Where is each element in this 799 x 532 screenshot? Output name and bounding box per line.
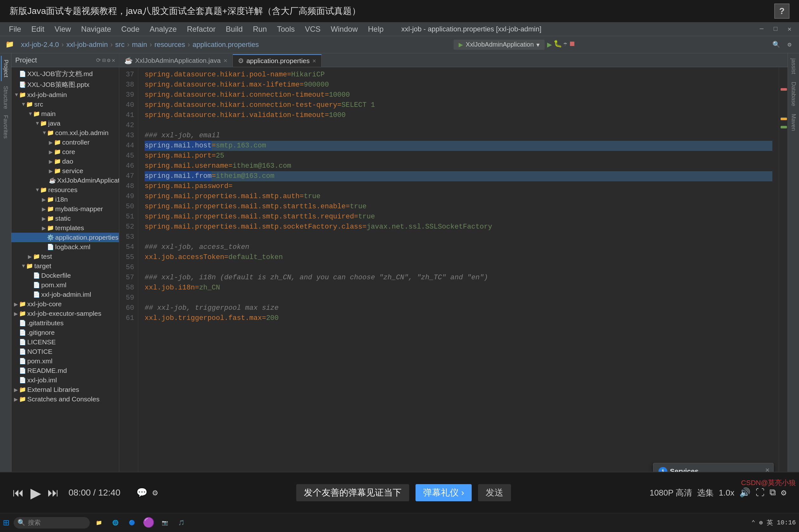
sidebar-tab-favorites[interactable]: Favorites: [1, 114, 11, 139]
tree-item[interactable]: 📄 README.md: [12, 366, 119, 375]
code-line[interactable]: ### xxl-job, access_token: [145, 242, 773, 252]
menu-navigate[interactable]: Navigate: [76, 23, 116, 36]
code-line[interactable]: ### xxl-job, i18n (default is zh_CN, and…: [145, 273, 773, 283]
code-area[interactable]: spring.datasource.hikari.pool-name=Hikar…: [138, 67, 779, 486]
sidebar-tab-project[interactable]: Project: [1, 56, 11, 81]
code-line[interactable]: xxl.job.triggerpool.fast.max=200: [145, 313, 773, 323]
breadcrumb-module[interactable]: xxl-job-admin: [66, 41, 108, 49]
menu-code[interactable]: Code: [116, 23, 144, 36]
tab-java[interactable]: ☕ XxlJobAdminApplication.java ✕: [119, 54, 233, 67]
tree-item[interactable]: ▶ 📁 static: [12, 214, 119, 223]
tree-item[interactable]: 📄 NOTICE: [12, 347, 119, 356]
media-play-button[interactable]: ▶: [31, 485, 41, 501]
breadcrumb-src[interactable]: src: [115, 41, 124, 49]
code-line[interactable]: spring.mail.properties.mail.smtp.starttl…: [145, 202, 773, 212]
tab-properties[interactable]: ⚙ application.properties ✕: [233, 54, 322, 67]
tree-item[interactable]: ▶ 📁 xxl-job-executor-samples: [12, 309, 119, 318]
search-everywhere-button[interactable]: 🔍: [770, 39, 782, 51]
stop-button[interactable]: ⏹: [569, 40, 576, 50]
menu-tools[interactable]: Tools: [272, 23, 300, 36]
tree-item[interactable]: ▼ 📁 java: [12, 118, 119, 128]
tree-item[interactable]: ▶ 📁 xxl-job-core: [12, 299, 119, 309]
properties-tab-close[interactable]: ✕: [312, 58, 316, 64]
tree-item[interactable]: ▶ 📁 mybatis-mapper: [12, 204, 119, 214]
maximize-button[interactable]: □: [770, 23, 781, 35]
java-tab-close[interactable]: ✕: [223, 58, 227, 64]
media-next-button[interactable]: ⏭: [48, 486, 59, 499]
breadcrumb-resources[interactable]: resources: [154, 41, 185, 49]
tree-item[interactable]: ☕ XxlJobAdminApplication: [12, 176, 119, 185]
right-tab-jassist[interactable]: jassist: [789, 56, 798, 77]
tree-item[interactable]: 📑 XXL-JOB策略图.pptx: [12, 79, 119, 90]
code-line[interactable]: ## xxl-job, triggerpool max size: [145, 303, 773, 313]
tree-item[interactable]: ▼ 📁 main: [12, 109, 119, 118]
code-line[interactable]: ### xxl-job, email: [145, 131, 773, 141]
media-prev-button[interactable]: ⏮: [13, 486, 24, 499]
sidebar-tab-structure[interactable]: Structure: [1, 85, 11, 110]
debug-button[interactable]: 🐛: [554, 40, 562, 50]
menu-build[interactable]: Build: [221, 23, 248, 36]
tree-item[interactable]: ▶ 📁 dao: [12, 157, 119, 166]
coverage-button[interactable]: ☂: [563, 40, 568, 50]
code-line[interactable]: spring.datasource.hikari.validation-time…: [145, 110, 773, 120]
tree-item[interactable]: ▶ 📁 core: [12, 147, 119, 157]
taskbar-search[interactable]: 🔍 搜索: [14, 517, 90, 529]
system-tray[interactable]: ⌃ ⊕ 英: [751, 518, 773, 527]
code-line[interactable]: spring.mail.properties.mail.smtp.socketF…: [145, 222, 773, 232]
tree-item[interactable]: ▶ 📁 External Libraries: [12, 385, 119, 394]
settings-media-icon[interactable]: ⚙: [781, 487, 786, 498]
code-line[interactable]: spring.datasource.hikari.connection-test…: [145, 100, 773, 110]
code-line[interactable]: spring.datasource.hikari.pool-name=Hikar…: [145, 70, 773, 80]
tree-item[interactable]: ▶ 📁 service: [12, 166, 119, 176]
menu-refactor[interactable]: Refactor: [182, 23, 221, 36]
panel-collapse-button[interactable]: ⊟: [102, 57, 106, 64]
panel-sync-button[interactable]: ⟳: [96, 57, 101, 64]
tree-item[interactable]: ⚙️ application.properties: [12, 233, 119, 242]
tree-item[interactable]: 📄 logback.xml: [12, 242, 119, 252]
close-button[interactable]: ✕: [784, 23, 795, 35]
help-button[interactable]: ?: [774, 3, 789, 19]
code-line[interactable]: [145, 293, 773, 303]
code-line[interactable]: spring.mail.host=smtp.163.com: [145, 141, 773, 151]
taskbar-files[interactable]: 📁: [92, 515, 106, 530]
code-line[interactable]: spring.mail.from=itheim@163.com: [145, 171, 773, 182]
right-tab-maven[interactable]: Maven: [789, 111, 798, 133]
code-line[interactable]: spring.datasource.hikari.connection-time…: [145, 90, 773, 100]
taskbar-edge[interactable]: 🌐: [108, 515, 123, 530]
tree-item[interactable]: ▶ 📁 Scratches and Consoles: [12, 394, 119, 404]
taskbar-app1[interactable]: 📷: [157, 515, 172, 530]
tree-item[interactable]: ▼ 📁 com.xxl.job.admin: [12, 128, 119, 138]
menu-analyze[interactable]: Analyze: [145, 23, 182, 36]
tree-item[interactable]: ▶ 📁 i18n: [12, 195, 119, 204]
tree-item[interactable]: ▼ 📁 resources: [12, 185, 119, 195]
tree-item[interactable]: ▶ 📁 templates: [12, 223, 119, 233]
pip-icon[interactable]: ⧉: [769, 488, 776, 498]
run-button[interactable]: ▶: [547, 40, 552, 50]
breadcrumb-project[interactable]: xxl-job-2.4.0: [21, 41, 59, 49]
settings-button[interactable]: ⚙: [784, 39, 795, 51]
speed-label[interactable]: 1.0x: [719, 488, 734, 498]
code-line[interactable]: spring.mail.port=25: [145, 151, 773, 161]
menu-help[interactable]: Help: [363, 23, 389, 36]
tree-item[interactable]: 📄 XXL-JOB官方文档.md: [12, 69, 119, 79]
code-line[interactable]: xxl.job.accessToken=default_token: [145, 252, 773, 263]
right-tab-database[interactable]: Database: [789, 79, 798, 109]
code-line[interactable]: xxl.job.i18n=zh_CN: [145, 283, 773, 293]
tree-item[interactable]: ▼ 📁 xxl-job-admin: [12, 90, 119, 99]
code-line[interactable]: spring.mail.username=itheim@163.com: [145, 161, 773, 171]
menu-edit[interactable]: Edit: [26, 23, 50, 36]
code-line[interactable]: spring.datasource.hikari.max-lifetime=90…: [145, 80, 773, 90]
menu-window[interactable]: Window: [326, 23, 363, 36]
taskbar-chrome[interactable]: 🔵: [125, 515, 139, 530]
breadcrumb-file[interactable]: application.properties: [192, 41, 259, 49]
start-button[interactable]: ⊞: [3, 516, 9, 529]
breadcrumb-main[interactable]: main: [132, 41, 147, 49]
tree-item[interactable]: 📄 Dockerfile: [12, 271, 119, 280]
speed-icon[interactable]: ⚙: [152, 487, 158, 498]
minimize-button[interactable]: ─: [756, 23, 767, 35]
panel-close-button[interactable]: ✕: [112, 57, 115, 64]
tree-item[interactable]: ▶ 📁 controller: [12, 138, 119, 147]
menu-vcs[interactable]: VCS: [300, 23, 326, 36]
taskbar-intellij[interactable]: 🟣: [141, 515, 156, 530]
subtitle-etiquette-button[interactable]: 弹幕礼仪 ›: [415, 484, 472, 501]
